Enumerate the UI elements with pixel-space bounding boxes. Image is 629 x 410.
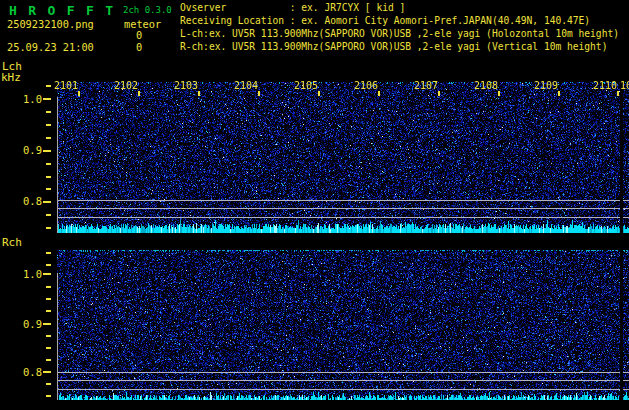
khz-unit-label: kHz — [1, 71, 21, 84]
lch-freq-tick-1.0: 1.0 — [16, 93, 42, 105]
freq-major-tick — [43, 273, 51, 275]
location-line: Receiving Location : ex. Aomori City Aom… — [180, 15, 619, 28]
lch-freq-tick-0.8: 0.8 — [16, 195, 42, 207]
time-tick-mark — [438, 91, 440, 96]
freq-minor-tick — [46, 163, 51, 165]
time-label-2101: 2101 — [34, 80, 78, 91]
rch-write-cursor — [620, 250, 623, 400]
time-tick-mark — [378, 91, 380, 96]
freq-minor-tick — [46, 176, 51, 178]
freq-minor-tick — [46, 335, 51, 337]
time-label-2109: 2109 — [514, 80, 558, 91]
time-tick-mark — [78, 91, 80, 96]
rch-freq-tick-0.8: 0.8 — [16, 366, 42, 378]
freq-minor-tick — [46, 383, 51, 385]
freq-major-tick — [43, 98, 51, 100]
time-tick-mark — [498, 91, 500, 96]
lch-spectrogram-panel — [57, 82, 629, 233]
freq-major-tick — [43, 150, 51, 152]
freq-minor-tick — [46, 111, 51, 113]
time-tick-mark — [258, 91, 260, 96]
rch-setup-line: R-ch:ex. UV5R 113.900Mhz(SAPPORO VOR)USB… — [180, 41, 619, 54]
lch-write-cursor — [620, 82, 623, 233]
freq-minor-tick — [46, 227, 51, 229]
rch-axis-line — [57, 273, 58, 400]
lch-setup-line: L-ch:ex. UV5R 113.900Mhz(SAPPORO VOR)USB… — [180, 28, 619, 41]
freq-minor-tick — [46, 124, 51, 126]
time-label-2108: 2108 — [454, 80, 498, 91]
rch-spectrogram-canvas — [57, 250, 629, 400]
time-tick-mark — [198, 91, 200, 96]
freq-minor-tick — [46, 264, 51, 266]
time-label-2104: 2104 — [214, 80, 258, 91]
time-label-2105: 2105 — [274, 80, 318, 91]
time-label-2103: 2103 — [154, 80, 198, 91]
lch-reference-line-2 — [57, 208, 629, 209]
freq-minor-tick — [46, 395, 51, 397]
time-tick-mark — [558, 91, 560, 96]
freq-major-tick — [43, 201, 51, 203]
rch-reference-line-3 — [57, 389, 629, 390]
rch-reference-line-1 — [57, 372, 629, 373]
rch-meteor-count: 0 — [136, 41, 142, 53]
lch-spectrogram-canvas — [57, 82, 629, 233]
rch-spectrogram-panel — [57, 250, 629, 400]
time-tick-mark — [617, 91, 619, 96]
time-label-2102: 2102 — [94, 80, 138, 91]
time-label-2107: 2107 — [394, 80, 438, 91]
freq-minor-tick — [46, 298, 51, 300]
freq-minor-tick — [46, 137, 51, 139]
freq-minor-tick — [46, 310, 51, 312]
time-label-2106: 2106 — [334, 80, 378, 91]
rch-freq-tick-1.0: 1.0 — [16, 268, 42, 280]
lch-axis-line — [57, 97, 58, 233]
time-tick-mark — [138, 91, 140, 96]
observer-line: Ovserver : ex. JR7CYX [ kid ] — [180, 2, 619, 15]
freq-minor-tick — [46, 188, 51, 190]
time-label-overflow: 10 — [620, 80, 629, 91]
version-label: 2ch 0.3.0 — [123, 5, 172, 15]
lch-reference-line-1 — [57, 200, 629, 201]
lch-freq-tick-0.9: 0.9 — [16, 144, 42, 156]
rch-reference-line-2 — [57, 380, 629, 381]
lch-reference-line-3 — [57, 217, 629, 218]
freq-minor-tick — [46, 252, 51, 254]
freq-minor-tick — [46, 359, 51, 361]
app-title: H R O F F T — [9, 3, 115, 18]
station-info-block: Ovserver : ex. JR7CYX [ kid ] Receiving … — [180, 2, 619, 54]
freq-major-tick — [43, 323, 51, 325]
freq-minor-tick — [46, 286, 51, 288]
time-label-2110: 2110 — [573, 80, 617, 91]
hrofft-window: { "title_bar": { "app_title": "H R O F F… — [0, 0, 629, 410]
lch-meteor-count: 0 — [136, 29, 142, 41]
time-tick-mark — [318, 91, 320, 96]
freq-minor-tick — [46, 347, 51, 349]
rch-label: Rch — [2, 236, 22, 249]
mode-label: meteor — [124, 18, 161, 30]
freq-major-tick — [43, 371, 51, 373]
output-filename: 2509232100.png — [7, 18, 94, 30]
datetime-label: 25.09.23 21:00 — [7, 41, 94, 53]
freq-minor-tick — [46, 214, 51, 216]
rch-freq-tick-0.9: 0.9 — [16, 318, 42, 330]
